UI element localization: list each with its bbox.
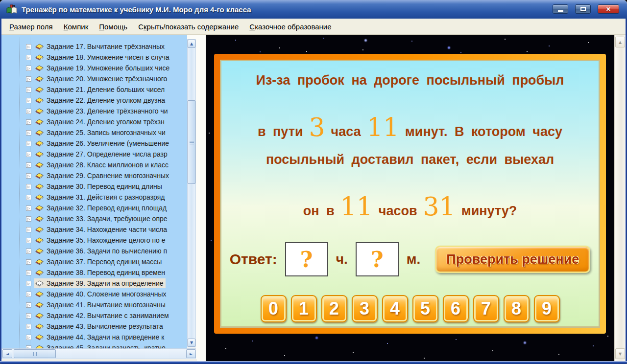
- tree-item[interactable]: ▷Задание 30. Перевод единиц длины: [1, 181, 187, 192]
- tree-item[interactable]: ▷Задание 35. Нахождение целого по е: [1, 235, 187, 246]
- book-icon: [35, 215, 44, 223]
- tree-item[interactable]: ▷Задание 26. Увеличение (уменьшение: [1, 138, 187, 149]
- tree-item-label: Задание 23. Деление трёхзначного чи: [47, 107, 168, 115]
- menu-item[interactable]: Помощь: [94, 20, 133, 34]
- tree-item[interactable]: ▷Задание 36. Задачи по вычислению п: [1, 246, 187, 256]
- stage-scroll-up-button[interactable]: ▲: [615, 37, 625, 47]
- menu-item[interactable]: Сказочное образование: [244, 20, 337, 34]
- tree-item[interactable]: ▷Задание 24. Деление уголком трёхзн: [1, 116, 187, 127]
- expander-icon[interactable]: ▷: [26, 141, 31, 146]
- digit-button-4[interactable]: 4: [382, 295, 408, 322]
- digit-button-9[interactable]: 9: [534, 295, 560, 322]
- book-icon: [35, 248, 44, 255]
- tree-item[interactable]: ▷Задание 40. Сложение многозначных: [1, 289, 187, 299]
- tree-item[interactable]: ▷Задание 34. Нахождение части числа: [1, 224, 187, 235]
- expander-icon[interactable]: ▷: [26, 98, 31, 103]
- tree-item[interactable]: ▷Задание 44. Задачи на приведение к: [1, 332, 187, 342]
- expander-icon[interactable]: ▷: [26, 313, 31, 318]
- tree-item-label: Задание 18. Умножение чисел в случа: [47, 53, 169, 61]
- expander-icon[interactable]: ▷: [26, 44, 31, 49]
- book-icon: [35, 334, 44, 341]
- expander-icon[interactable]: ▷: [26, 270, 31, 275]
- expander-icon[interactable]: ▷: [26, 249, 31, 254]
- close-button[interactable]: ✕: [598, 4, 619, 14]
- tree-item[interactable]: ▷Задание 43. Вычисление результата: [1, 321, 187, 332]
- tree-item[interactable]: ▷Задание 45. Задачи разность, кратно: [1, 342, 187, 348]
- digit-button-2[interactable]: 2: [321, 295, 347, 322]
- digit-button-1[interactable]: 1: [291, 295, 317, 322]
- check-solution-button[interactable]: Проверить решение: [435, 246, 590, 273]
- stage-scroll-down-button[interactable]: ▼: [615, 348, 625, 359]
- tree-vscroll-thumb[interactable]: [188, 100, 195, 184]
- expander-icon[interactable]: ▷: [26, 184, 31, 189]
- menu-item[interactable]: Размер поля: [4, 20, 58, 34]
- tree-item[interactable]: ▷Задание 28. Класс миллионов и класс: [1, 159, 187, 170]
- tree-item[interactable]: ▷Задание 22. Деление уголком двузна: [1, 95, 187, 106]
- scroll-up-button[interactable]: ▲: [188, 40, 195, 48]
- tree-horizontal-scrollbar[interactable]: ◄ ►: [1, 348, 197, 359]
- scroll-left-button[interactable]: ◄: [2, 349, 12, 358]
- expander-icon[interactable]: ▷: [26, 324, 31, 329]
- tree-item[interactable]: ▷Задание 19. Умножение больших чисе: [1, 63, 187, 73]
- tree-item[interactable]: ▷Задание 18. Умножение чисел в случа: [1, 52, 187, 63]
- maximize-button[interactable]: [575, 4, 591, 14]
- tree-item[interactable]: ▷Задание 25. Запись многозначных чи: [1, 127, 187, 138]
- expander-icon[interactable]: ▷: [26, 259, 31, 265]
- tree-item[interactable]: ▷Задание 39. Задачи на определение: [1, 278, 187, 289]
- scroll-down-button[interactable]: ▼: [188, 339, 195, 347]
- tree-item[interactable]: ▷Задание 20. Умножение трёхзначного: [1, 73, 187, 84]
- titlebar[interactable]: Тренажёр по математике к учебнику М.И. М…: [0, 0, 627, 19]
- digit-button-3[interactable]: 3: [352, 295, 378, 322]
- tree-item[interactable]: ▷Задание 29. Сравнение многозначных: [1, 170, 187, 181]
- expander-icon[interactable]: ▷: [26, 216, 31, 222]
- digit-button-5[interactable]: 5: [412, 295, 438, 322]
- tree-item-label: Задание 34. Нахождение части числа: [47, 226, 167, 233]
- expander-icon[interactable]: ▷: [26, 76, 31, 82]
- digit-button-7[interactable]: 7: [473, 295, 499, 322]
- tree-item[interactable]: ▷Задание 33. Задачи, требующие опре: [1, 213, 187, 224]
- menu-item[interactable]: Скрыть/показать содержание: [133, 20, 244, 34]
- expander-icon[interactable]: ▷: [26, 238, 31, 243]
- expander-icon[interactable]: ▷: [26, 173, 31, 179]
- tree-item[interactable]: ▷Задание 23. Деление трёхзначного чи: [1, 106, 187, 116]
- expander-icon[interactable]: ▷: [26, 335, 31, 340]
- tree-item[interactable]: ▷Задание 21. Деление больших чисел: [1, 84, 187, 95]
- tree-item[interactable]: ▷Задание 31. Действия с разноразряд: [1, 192, 187, 203]
- expander-icon[interactable]: ▷: [26, 292, 31, 297]
- tree-item-label: Задание 35. Нахождение целого по е: [47, 236, 166, 244]
- expander-icon[interactable]: ▷: [26, 205, 31, 211]
- expander-icon[interactable]: ▷: [26, 195, 31, 200]
- tree-item[interactable]: ▷Задание 38. Перевод единиц времен: [1, 267, 187, 278]
- expander-icon[interactable]: ▷: [26, 162, 31, 168]
- expander-icon[interactable]: ▷: [26, 109, 31, 114]
- book-icon: [35, 205, 44, 212]
- tree-vertical-scrollbar[interactable]: ▲ ▼: [187, 39, 196, 347]
- tree-hscroll-thumb[interactable]: [14, 349, 56, 358]
- tree-item[interactable]: ▷Задание 17. Вычитание трёхзначных: [1, 41, 187, 52]
- expander-icon[interactable]: ▷: [26, 119, 31, 125]
- tree-item[interactable]: ▷Задание 42. Вычитание с заниманием: [1, 310, 187, 321]
- tree-item[interactable]: ▷Задание 32. Перевод единиц площад: [1, 203, 187, 213]
- hours-input[interactable]: ?: [285, 242, 328, 276]
- tree-item[interactable]: ▷Задание 27. Определение числа разр: [1, 149, 187, 159]
- tree-item[interactable]: ▷Задание 41. Вычитание многозначны: [1, 299, 187, 310]
- expander-icon[interactable]: ▷: [26, 87, 31, 92]
- minutes-input[interactable]: ?: [356, 242, 399, 276]
- minimize-button[interactable]: [553, 4, 568, 14]
- menu-item[interactable]: Компик: [58, 20, 94, 34]
- digit-button-6[interactable]: 6: [443, 295, 469, 322]
- expander-icon[interactable]: ▷: [26, 152, 31, 157]
- expander-icon[interactable]: ▷: [26, 227, 31, 232]
- expander-icon[interactable]: ▷: [26, 302, 31, 308]
- scroll-right-button[interactable]: ►: [186, 349, 196, 358]
- digit-button-0[interactable]: 0: [261, 295, 287, 322]
- digit-button-8[interactable]: 8: [504, 295, 530, 322]
- question-text-segment: часов: [379, 204, 417, 219]
- expander-icon[interactable]: ▷: [26, 281, 31, 286]
- tree-item[interactable]: ▷Задание 37. Перевод единиц массы: [1, 256, 187, 267]
- expander-icon[interactable]: ▷: [26, 130, 31, 136]
- app-icon: [6, 4, 18, 15]
- stage-vertical-scrollbar[interactable]: ▲ ▼: [614, 35, 626, 361]
- expander-icon[interactable]: ▷: [26, 66, 31, 71]
- expander-icon[interactable]: ▷: [26, 55, 31, 60]
